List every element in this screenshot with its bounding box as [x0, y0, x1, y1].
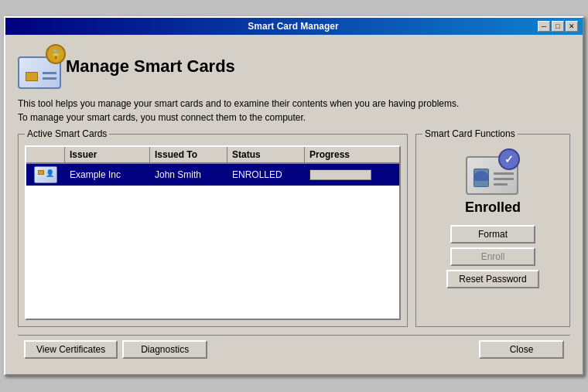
- minimize-button[interactable]: ─: [538, 21, 550, 32]
- window-body: 🔒 Manage Smart Cards This tool helps you…: [5, 35, 583, 374]
- close-window-button[interactable]: Close: [479, 340, 564, 359]
- bottom-bar: View Certificates Diagnostics Close: [18, 335, 570, 365]
- title-bar: Smart Card Manager ─ □ ✕: [5, 18, 583, 35]
- title-bar-buttons: ─ □ ✕: [538, 21, 578, 32]
- close-button[interactable]: ✕: [566, 21, 578, 32]
- mini-person-icon: 👤: [46, 169, 54, 177]
- table-body: 👤 Example Inc John Smith ENROLLED: [26, 164, 399, 319]
- id-line: [494, 178, 514, 180]
- cell-progress: [305, 167, 399, 182]
- col-issuer: Issuer: [65, 147, 150, 163]
- badge-icon: ✓: [498, 148, 520, 170]
- chip-shape: [26, 72, 38, 81]
- id-lines: [494, 172, 514, 186]
- table-header: Issuer Issued To Status Progress: [26, 147, 399, 164]
- card-line: [43, 72, 56, 74]
- id-line: [494, 172, 514, 175]
- bottom-left-buttons: View Certificates Diagnostics: [24, 340, 207, 359]
- window-title: Smart Card Manager: [49, 21, 538, 32]
- smart-card-header-icon: 🔒: [18, 44, 66, 89]
- header-area: 🔒 Manage Smart Cards: [18, 44, 570, 89]
- mini-card: 👤: [34, 166, 57, 183]
- diagnostics-button[interactable]: Diagnostics: [122, 340, 207, 359]
- enrolled-icon: ✓: [466, 148, 520, 195]
- id-photo: [473, 169, 489, 187]
- cell-issuer: Example Inc: [65, 167, 150, 182]
- smart-cards-table: Issuer Issued To Status Progress 👤: [25, 145, 401, 320]
- panels-row: Active Smart Cards Issuer Issued To Stat…: [18, 134, 570, 327]
- description-text: This tool helps you manage your smart ca…: [18, 97, 570, 124]
- cell-issued-to: John Smith: [150, 167, 227, 182]
- enrolled-status-label: Enrolled: [465, 199, 521, 216]
- functions-label: Smart Card Functions: [422, 128, 518, 139]
- page-title: Manage Smart Cards: [66, 56, 235, 77]
- col-progress: Progress: [305, 147, 399, 163]
- cell-status: ENROLLED: [227, 167, 305, 182]
- function-buttons: Format Enroll Reset Password: [422, 225, 563, 288]
- format-button[interactable]: Format: [450, 225, 535, 244]
- col-icon: [26, 147, 65, 163]
- card-lines: [43, 72, 56, 80]
- enrolled-section: ✓ Enrolled: [465, 148, 521, 216]
- mini-chip: [38, 170, 44, 175]
- functions-panel: Smart Card Functions: [415, 134, 570, 327]
- maximize-button[interactable]: □: [552, 21, 564, 32]
- enroll-button: Enroll: [450, 247, 535, 266]
- active-cards-panel: Active Smart Cards Issuer Issued To Stat…: [18, 134, 408, 327]
- row-card-icon: 👤: [26, 164, 65, 186]
- progress-bar: [309, 169, 371, 180]
- active-cards-label: Active Smart Cards: [25, 128, 109, 139]
- card-line: [43, 77, 56, 80]
- view-certificates-button[interactable]: View Certificates: [24, 340, 118, 359]
- col-status: Status: [227, 147, 305, 163]
- reset-password-button[interactable]: Reset Password: [446, 270, 538, 288]
- main-window: Smart Card Manager ─ □ ✕ 🔒 Manage Smart: [4, 16, 584, 376]
- id-line: [494, 183, 508, 186]
- col-issued-to: Issued To: [150, 147, 227, 163]
- table-row[interactable]: 👤 Example Inc John Smith ENROLLED: [26, 164, 399, 186]
- description-line2: To manage your smart cards, you must con…: [18, 112, 306, 123]
- lock-icon: 🔒: [46, 44, 66, 64]
- description-line1: This tool helps you manage your smart ca…: [18, 98, 459, 109]
